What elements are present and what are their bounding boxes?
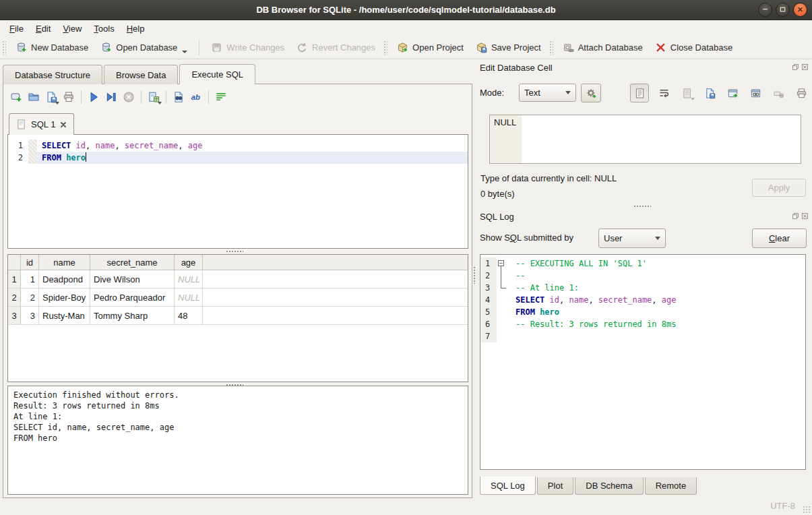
token-table: hero [66, 153, 86, 162]
line-number: 2 [480, 270, 497, 282]
new-sql-tab-button[interactable] [7, 88, 25, 106]
column-header-secret-name[interactable]: secret_name [90, 255, 175, 270]
resize-grip[interactable] [803, 506, 810, 513]
table-cell[interactable]: 1 [21, 270, 39, 288]
log-filter-value: User [604, 233, 650, 243]
fold-line [501, 288, 506, 289]
attach-database-button[interactable]: Attach Database [557, 39, 649, 56]
mode-select[interactable]: Text [519, 84, 576, 102]
sql-log-view[interactable]: 1-- EXECUTING ALL IN 'SQL 1'2--3-- At li… [480, 254, 806, 470]
title-bar[interactable]: DB Browser for SQLite - /home/user/code/… [0, 0, 812, 20]
editor-grid-splitter[interactable] [226, 250, 243, 253]
print-cell-button[interactable] [793, 85, 809, 101]
sql-editor-toolbar: ab [7, 88, 230, 107]
open-sql-file-button[interactable] [25, 88, 42, 106]
column-header-id[interactable]: id [21, 255, 39, 270]
fold-margin [28, 140, 37, 152]
execute-current-line-button[interactable] [102, 88, 120, 106]
row-number[interactable]: 2 [8, 289, 21, 306]
close-button[interactable] [793, 3, 807, 17]
header-corner-cell[interactable] [8, 255, 21, 270]
table-cell[interactable]: 3 [21, 307, 39, 324]
tab-execute-sql[interactable]: Execute SQL [179, 64, 255, 84]
panel-splitter[interactable] [473, 266, 476, 284]
float-panel-icon[interactable] [792, 212, 799, 220]
menu-view[interactable]: View [57, 22, 88, 36]
float-panel-icon[interactable] [792, 63, 799, 71]
save-sql-file-button[interactable] [42, 88, 60, 106]
table-cell[interactable]: NULL [175, 270, 203, 288]
execute-all-button[interactable] [85, 88, 102, 106]
table-cell[interactable]: 48 [175, 307, 203, 324]
word-wrap-cell-button[interactable] [656, 85, 672, 101]
sql-editor-tab[interactable]: SQL 1 [9, 113, 74, 135]
revert-changes-button: Revert Changes [290, 39, 381, 56]
fold-collapse-icon[interactable] [498, 260, 504, 266]
link-cell-button[interactable] [747, 85, 763, 101]
table-cell[interactable]: Tommy Sharp [90, 307, 175, 324]
menu-help[interactable]: Help [121, 22, 151, 36]
table-row: 33Rusty-ManTommy Sharp48 [8, 307, 468, 325]
log-line-text: -- At line 1: [509, 282, 805, 294]
menu-tools[interactable]: Tools [88, 22, 120, 36]
format-sql-button[interactable]: ab [187, 88, 205, 106]
minimize-button[interactable] [758, 3, 772, 17]
export-cell-button[interactable] [724, 85, 741, 101]
edit-cell-panel-buttons [792, 63, 809, 71]
dock-tab-plot[interactable]: Plot [537, 477, 573, 495]
cell-value: NULL [178, 274, 200, 284]
close-panel-icon[interactable] [801, 212, 809, 220]
token-identifier: age [662, 295, 677, 305]
cell-value-editor[interactable]: NULL [489, 115, 801, 164]
close-database-button[interactable]: Close Database [649, 39, 739, 56]
save-results-button[interactable] [145, 88, 162, 106]
table-cell[interactable]: NULL [175, 289, 203, 306]
word-wrap-button[interactable] [212, 88, 230, 106]
find-replace-button[interactable] [170, 88, 187, 106]
apply-settings-button[interactable] [581, 84, 601, 102]
toolbar-button-label: Revert Changes [312, 42, 375, 53]
table-cell[interactable]: Spider-Boy [39, 289, 90, 306]
menu-file[interactable]: File [3, 22, 30, 36]
close-tab-icon[interactable] [59, 121, 67, 129]
table-cell[interactable]: Rusty-Man [39, 307, 90, 324]
row-number[interactable]: 3 [8, 307, 21, 324]
line-number: 5 [480, 306, 497, 318]
column-header-name[interactable]: name [39, 255, 90, 270]
new-database-button[interactable]: New Database [9, 39, 94, 56]
text-mode-button[interactable] [630, 84, 649, 102]
print-sql-button[interactable] [60, 88, 77, 106]
menu-edit[interactable]: Edit [30, 22, 57, 36]
toolbar-separator [208, 90, 209, 104]
save-project-button[interactable]: Save Project [470, 39, 547, 56]
dock-tab-sql-log[interactable]: SQL Log [480, 477, 536, 495]
log-filter-select[interactable]: User [598, 229, 666, 248]
table-cell[interactable]: Dive Wilson [90, 270, 175, 288]
token-identifier: id [550, 295, 559, 305]
maximize-button[interactable] [776, 3, 790, 17]
row-number[interactable]: 1 [8, 270, 21, 288]
open-project-button[interactable]: Open Project [391, 39, 470, 56]
sql-editor[interactable]: 1SELECT id, name, secret_name, age2FROM … [7, 134, 468, 249]
fold-margin [497, 270, 509, 282]
dock-splitter[interactable] [633, 205, 651, 208]
save-as-cell-button[interactable] [701, 85, 718, 101]
column-header-label: secret_name [106, 258, 157, 268]
token-plain: , [652, 295, 661, 305]
tab-database-structure[interactable]: Database Structure [3, 65, 102, 84]
open-database-button[interactable]: Open Database [94, 39, 193, 56]
dock-tab-remote[interactable]: Remote [645, 477, 697, 495]
cell-value: Pedro Parqueador [94, 293, 165, 303]
table-cell[interactable]: 2 [21, 289, 39, 306]
table-cell[interactable]: Deadpond [39, 270, 90, 288]
dock-tab-db-schema[interactable]: DB Schema [575, 477, 643, 495]
close-panel-icon[interactable] [801, 63, 809, 71]
write-changes-button: Write Changes [205, 39, 290, 56]
column-header-age[interactable]: age [175, 255, 203, 270]
table-cell[interactable]: Pedro Parqueador [90, 289, 175, 306]
close-icon [796, 5, 805, 14]
clear-log-button[interactable]: Clear [752, 229, 807, 248]
apply-button[interactable]: Apply [752, 179, 806, 197]
tab-browse-data[interactable]: Browse Data [104, 65, 178, 84]
sql-log-panel-buttons [792, 212, 809, 220]
